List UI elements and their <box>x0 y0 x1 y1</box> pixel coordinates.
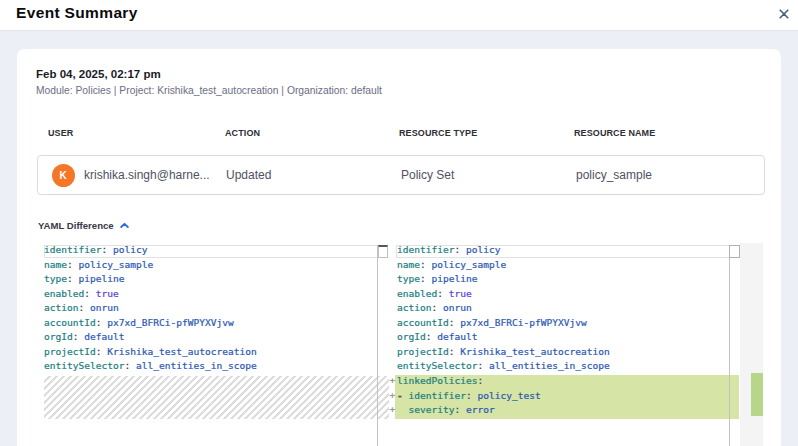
modal-body: Feb 04, 2025, 02:17 pm Module: Policies … <box>0 31 798 446</box>
event-card: Feb 04, 2025, 02:17 pm Module: Policies … <box>17 49 781 446</box>
column-header-resource-type: RESOURCE TYPE <box>399 128 477 138</box>
yaml-line-left: orgId: default <box>44 330 257 345</box>
yaml-line-left: identifier: policy <box>44 243 257 258</box>
diff-left-scrollbar-thumb[interactable] <box>378 245 388 259</box>
diff-spacer-hatch <box>44 376 389 420</box>
yaml-line-inserted: +linkedPolicies: <box>397 374 610 389</box>
chevron-up-icon <box>120 222 129 229</box>
diff-left-divider <box>377 245 378 446</box>
yaml-line-right: projectId: Krishika_test_autocreation <box>397 345 610 360</box>
row-action: Updated <box>226 156 271 195</box>
column-header-user: USER <box>48 128 73 138</box>
yaml-line-left: name: policy_sample <box>44 258 257 273</box>
yaml-line-left: accountId: px7xd_BFRCi-pfWPYXVjvw <box>44 316 257 331</box>
row-user: krishika.singh@harne... <box>84 156 210 195</box>
column-header-action: ACTION <box>225 128 260 138</box>
row-resource-name: policy_sample <box>576 156 652 195</box>
yaml-line-right: orgId: default <box>397 330 610 345</box>
diff-left-pane[interactable]: identifier: policyname: policy_sampletyp… <box>44 243 257 374</box>
close-icon <box>776 6 792 22</box>
yaml-line-left: enabled: true <box>44 287 257 302</box>
column-header-resource-name: RESOURCE NAME <box>574 128 655 138</box>
yaml-line-left: projectId: Krishika_test_autocreation <box>44 345 257 360</box>
yaml-line-right: action: onrun <box>397 301 610 316</box>
diff-right-scrollbar-thumb[interactable] <box>729 245 739 259</box>
diff-insert-sign: + <box>390 389 396 404</box>
yaml-diff-view: identifier: policyname: policy_sampletyp… <box>17 243 781 446</box>
diff-right-divider <box>729 245 730 446</box>
diff-overview-insert-marker[interactable] <box>751 373 763 416</box>
yaml-line-left: type: pipeline <box>44 272 257 287</box>
yaml-line-right: accountId: px7xd_BFRCi-pfWPYXVjvw <box>397 316 610 331</box>
yaml-line-left: action: onrun <box>44 301 257 316</box>
yaml-line-left: entitySelector: all_entities_in_scope <box>44 359 257 374</box>
yaml-difference-label: YAML Difference <box>38 220 114 231</box>
yaml-line-right: identifier: policy <box>397 243 610 258</box>
row-resource-type: Policy Set <box>401 156 454 195</box>
page-title: Event Summary <box>16 4 138 22</box>
diff-right-pane[interactable]: identifier: policyname: policy_sampletyp… <box>397 243 610 418</box>
event-date: Feb 04, 2025, 02:17 pm <box>36 68 161 80</box>
close-button[interactable] <box>776 6 792 22</box>
diff-overview-lane <box>740 243 763 446</box>
modal-header: Event Summary <box>0 0 798 31</box>
yaml-line-inserted: +- identifier: policy_test <box>397 389 610 404</box>
yaml-difference-toggle[interactable]: YAML Difference <box>38 215 114 229</box>
diff-insert-sign: + <box>390 403 396 418</box>
yaml-line-right: enabled: true <box>397 287 610 302</box>
yaml-line-right: entitySelector: all_entities_in_scope <box>397 359 610 374</box>
avatar: K <box>52 164 75 187</box>
table-row: K krishika.singh@harne... Updated Policy… <box>37 155 765 196</box>
diff-insert-sign: + <box>390 374 396 389</box>
event-meta: Module: Policies | Project: Krishika_tes… <box>36 85 382 96</box>
yaml-line-right: type: pipeline <box>397 272 610 287</box>
yaml-line-inserted: + severity: error <box>397 403 610 418</box>
yaml-line-right: name: policy_sample <box>397 258 610 273</box>
